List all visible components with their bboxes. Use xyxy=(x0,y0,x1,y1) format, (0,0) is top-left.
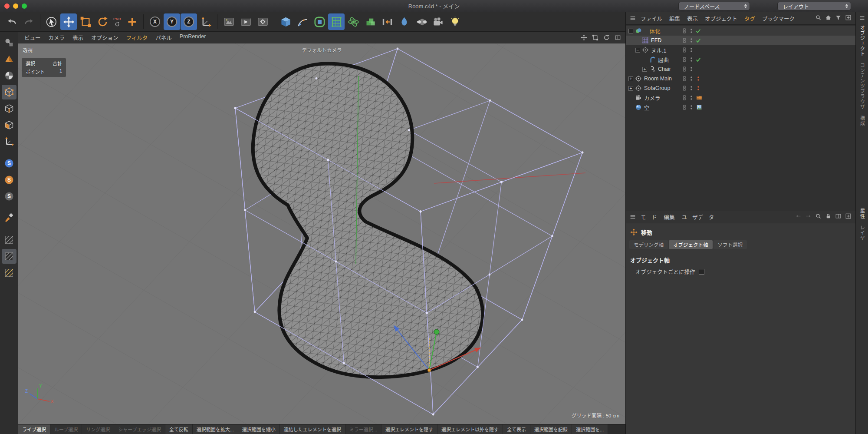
add-deformer-button[interactable] xyxy=(328,13,345,30)
panel-menu-icon[interactable] xyxy=(629,15,636,22)
psr-history-button[interactable]: PSR xyxy=(111,13,123,30)
am-panel-button[interactable] xyxy=(835,213,843,221)
layer-toggle-icon[interactable] xyxy=(681,85,687,91)
render-picture-viewer-button[interactable] xyxy=(237,13,254,30)
viewport-solo-off-button[interactable]: S xyxy=(2,156,16,171)
add-volume-button[interactable] xyxy=(362,13,378,30)
layer-toggle-icon[interactable] xyxy=(681,66,687,72)
viewport-menu-4[interactable]: フィルタ xyxy=(126,33,148,42)
per-object-checkbox[interactable] xyxy=(699,269,704,275)
object-label[interactable]: SofaGroup xyxy=(644,85,670,91)
minimize-button[interactable] xyxy=(13,3,18,9)
layer-toggle-icon[interactable] xyxy=(681,95,687,101)
model-mode-button[interactable] xyxy=(2,52,16,66)
visibility-dots[interactable] xyxy=(688,85,694,91)
enabled-check-icon[interactable] xyxy=(695,37,701,43)
nodespace-picker[interactable]: ノードスペース xyxy=(678,2,750,10)
expander-expand[interactable]: + xyxy=(642,67,647,72)
command-ライブ選択[interactable]: ライブ選択 xyxy=(18,424,50,434)
command-選択範囲を...[interactable]: 選択範囲を... xyxy=(572,424,608,434)
live-selection-button[interactable] xyxy=(43,13,60,30)
command-連結したエレメントを選択[interactable]: 連結したエレメントを選択 xyxy=(280,424,345,434)
render-view-button[interactable] xyxy=(220,13,237,30)
object-row[interactable]: +Room Main xyxy=(626,74,855,83)
enable-axis-button[interactable] xyxy=(2,134,16,149)
zoom-button[interactable] xyxy=(22,3,27,9)
visibility-off-dots[interactable] xyxy=(695,85,701,91)
add-spline-button[interactable] xyxy=(294,13,311,30)
om-menu-5[interactable]: ブックマーク xyxy=(762,14,795,23)
object-label[interactable]: Chair xyxy=(658,66,671,72)
om-search-button[interactable] xyxy=(815,14,823,22)
layer-toggle-icon[interactable] xyxy=(681,104,687,110)
am-plusbox-button[interactable] xyxy=(845,213,853,221)
expander-collapse[interactable]: − xyxy=(635,48,640,53)
snap-enable-button[interactable] xyxy=(2,249,16,264)
om-menu-1[interactable]: 編集 xyxy=(669,14,680,23)
layer-toggle-icon[interactable] xyxy=(681,76,687,82)
am-menu-1[interactable]: 編集 xyxy=(664,213,675,221)
layout-picker[interactable]: レイアウト xyxy=(777,2,851,10)
layer-toggle-icon[interactable] xyxy=(681,28,687,34)
visibility-off-dots[interactable] xyxy=(695,76,701,82)
visibility-dots[interactable] xyxy=(688,47,694,53)
toggle-panel-layout-button[interactable] xyxy=(613,33,622,42)
redo-button[interactable] xyxy=(20,13,37,30)
tab-2[interactable]: ソフト選択 xyxy=(713,240,747,249)
command-全て反転[interactable]: 全て反転 xyxy=(165,424,193,434)
object-label[interactable]: Room Main xyxy=(644,76,672,82)
polygon-mode-button[interactable] xyxy=(2,118,16,133)
camera-label[interactable]: デフォルトカメラ xyxy=(18,46,625,53)
manager-tab-属性[interactable]: 属性 xyxy=(859,209,866,219)
object-row[interactable]: +Chair xyxy=(626,64,855,74)
move-tool-button[interactable] xyxy=(60,13,77,30)
object-row[interactable]: +SofaGroup xyxy=(626,83,855,93)
command-選択エレメントを隠す[interactable]: 選択エレメントを隠す xyxy=(381,424,437,434)
add-primitive-button[interactable] xyxy=(277,13,294,30)
object-label[interactable]: カメラ xyxy=(644,94,661,102)
add-subdivision-surface-button[interactable] xyxy=(311,13,328,30)
visibility-dots[interactable] xyxy=(688,28,694,34)
om-menu-4[interactable]: タグ xyxy=(744,14,755,23)
viewport-solo-single-button[interactable]: S xyxy=(2,172,16,187)
manager-tab-構成[interactable]: 構成 xyxy=(859,116,866,126)
viewport-menu-5[interactable]: パネル xyxy=(155,33,172,42)
object-row[interactable]: −ヌル.1 xyxy=(626,45,855,55)
visibility-dots[interactable] xyxy=(688,66,694,72)
snap-modes-button[interactable] xyxy=(2,265,16,280)
scale-tool-button[interactable] xyxy=(77,13,94,30)
am-search-button[interactable] xyxy=(815,213,823,221)
object-label[interactable]: 屈曲 xyxy=(658,56,669,64)
expander-expand[interactable]: + xyxy=(628,86,633,91)
layer-toggle-icon[interactable] xyxy=(681,47,687,53)
command-選択範囲を縮小[interactable]: 選択範囲を縮小 xyxy=(238,424,280,434)
am-menu-2[interactable]: ユーザデータ xyxy=(682,213,714,221)
viewport-solo-hierarchy-button[interactable]: S xyxy=(2,189,16,204)
am-arrowl-button[interactable] xyxy=(795,213,803,221)
close-button[interactable] xyxy=(4,3,10,9)
edge-mode-button[interactable] xyxy=(2,101,16,116)
visibility-dots[interactable] xyxy=(688,76,694,82)
undo-button[interactable] xyxy=(3,13,20,30)
add-light-button[interactable] xyxy=(447,13,463,30)
enabled-check-icon[interactable] xyxy=(695,28,701,34)
am-menu-0[interactable]: モード xyxy=(641,213,657,221)
visibility-dots[interactable] xyxy=(688,95,694,101)
manager-tab-オブジェクト[interactable]: オブジェクト xyxy=(859,25,866,56)
object-row[interactable]: 屈曲 xyxy=(626,55,855,64)
object-row[interactable]: カメラ xyxy=(626,93,855,103)
object-label[interactable]: 一体化 xyxy=(644,27,661,35)
expander-expand[interactable]: + xyxy=(628,76,633,81)
visibility-dots[interactable] xyxy=(688,104,694,110)
object-row[interactable]: 空 xyxy=(626,103,855,112)
om-menu-3[interactable]: オブジェクト xyxy=(705,14,737,23)
object-label[interactable]: ヌル.1 xyxy=(651,46,666,54)
command-選択範囲を拡大...[interactable]: 選択範囲を拡大... xyxy=(193,424,238,434)
paint-tool-button[interactable] xyxy=(2,211,16,225)
axis-modify-button[interactable] xyxy=(124,13,140,30)
snap-off-button[interactable] xyxy=(2,232,16,247)
expander-collapse[interactable]: − xyxy=(628,29,633,33)
layer-toggle-icon[interactable] xyxy=(681,56,687,63)
am-arrowr-button[interactable] xyxy=(805,213,813,221)
manager-tab-コンテンツブラウザ[interactable]: コンテンツブラウザ xyxy=(859,63,866,109)
